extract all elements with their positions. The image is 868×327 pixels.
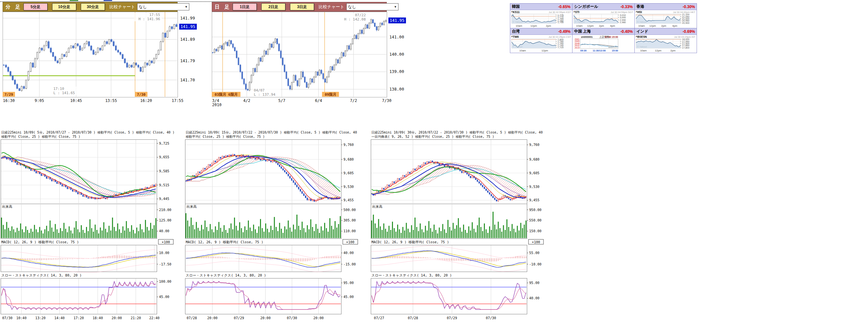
svg-text:22:40: 22:40 bbox=[149, 316, 160, 320]
svg-text:9,455: 9,455 bbox=[343, 198, 354, 202]
svg-text:10:45: 10:45 bbox=[70, 98, 82, 103]
svg-text:MACD( 12, 26, 9 ) 移動平均( Clo: MACD( 12, 26, 9 ) 移動平均( Close, 75 ) bbox=[186, 240, 263, 244]
market-change-percent: -0.49% bbox=[558, 29, 570, 34]
svg-text:14:40: 14:40 bbox=[54, 316, 65, 320]
svg-text:20:00: 20:00 bbox=[112, 316, 122, 320]
svg-text:10.00: 10.00 bbox=[159, 251, 169, 255]
svg-text:17,800: 17,800 bbox=[682, 46, 689, 49]
svg-text:500.00: 500.00 bbox=[343, 208, 356, 212]
minute-interval-tabs: 5分足10分足30分足 bbox=[24, 3, 110, 10]
svg-text:3/4: 3/4 bbox=[212, 98, 219, 103]
market-change-percent: -0.69% bbox=[683, 29, 695, 34]
svg-text:9,655: 9,655 bbox=[159, 155, 169, 159]
svg-text:4pm: 4pm bbox=[672, 25, 677, 27]
svg-text:210.00: 210.00 bbox=[159, 208, 172, 212]
svg-text:141.00: 141.00 bbox=[390, 35, 404, 39]
svg-text:16:30: 16:30 bbox=[3, 98, 15, 103]
chevron-down-icon: ▼ bbox=[394, 5, 397, 8]
minute-chart-plot: 7/297/3017:55H : 141.9617:10L : 141.6514… bbox=[3, 12, 198, 109]
compare-chart-control: 比較チャート なし ▼ bbox=[319, 3, 399, 10]
svg-text:2pm: 2pm bbox=[599, 25, 604, 27]
svg-text:07/29: 07/29 bbox=[447, 316, 457, 320]
daily-chart-plot: 03限月 6限月09限月07/22H : 142.0804/07L : 137.… bbox=[212, 12, 407, 109]
svg-text:40.00: 40.00 bbox=[159, 229, 169, 233]
market-cell-ks11: 韓国-0.65%^KS11Jul 30 02:55pm KST1,7751,77… bbox=[510, 4, 572, 28]
svg-text:10am: 10am bbox=[638, 25, 645, 27]
svg-text:×100: ×100 bbox=[346, 240, 354, 244]
svg-text:40.00: 40.00 bbox=[343, 251, 354, 255]
tech-chart-5min: 日経225mini 10/09( 5分, 2010/07/27 - 2010/0… bbox=[1, 130, 175, 326]
svg-text:© Yahoo!: © Yahoo! bbox=[513, 21, 523, 24]
compare-chart-select[interactable]: なし ▼ bbox=[137, 3, 189, 10]
svg-text:H : 141.96: H : 141.96 bbox=[138, 17, 160, 21]
svg-text:20:00: 20:00 bbox=[207, 316, 218, 320]
daily-tab-2[interactable]: 3日足 bbox=[290, 3, 314, 10]
svg-text:9,605: 9,605 bbox=[343, 171, 354, 175]
svg-text:17:55: 17:55 bbox=[149, 13, 160, 17]
minute-price-chart-svg: 7/297/3017:55H : 141.9617:10L : 141.6514… bbox=[3, 12, 198, 107]
daily-tab-1[interactable]: 2日足 bbox=[261, 3, 285, 10]
svg-text:2pm: 2pm bbox=[671, 49, 676, 52]
svg-text:出来高: 出来高 bbox=[2, 204, 12, 208]
market-change-percent: -0.30% bbox=[683, 5, 695, 9]
svg-text:141.95: 141.95 bbox=[390, 18, 404, 23]
svg-text:07/30: 07/30 bbox=[2, 316, 13, 320]
chevron-down-icon: ▼ bbox=[185, 5, 188, 8]
svg-text:100.00: 100.00 bbox=[159, 280, 172, 283]
svg-text:1,755: 1,755 bbox=[557, 21, 564, 24]
svg-text:17:20: 17:20 bbox=[74, 316, 84, 320]
svg-text:10am: 10am bbox=[576, 25, 583, 27]
market-cell-hsi: 香港-0.30%^HSIJul 30 04:00pm HKT21,10021,0… bbox=[635, 4, 696, 28]
svg-text:9,680: 9,680 bbox=[529, 157, 539, 161]
svg-text:L : 141.65: L : 141.65 bbox=[54, 91, 75, 95]
market-header: 韓国-0.65% bbox=[510, 4, 572, 10]
svg-text:20,900: 20,900 bbox=[682, 22, 689, 25]
market-name: 韓国 bbox=[512, 4, 520, 9]
daily-tab-0[interactable]: 1日足 bbox=[232, 3, 257, 10]
svg-text:スロー・ストキャスティクス( 14, 3, 80, 20 ): スロー・ストキャスティクス( 14, 3, 80, 20 ) bbox=[1, 273, 82, 277]
svg-text:141.79: 141.79 bbox=[180, 58, 195, 63]
svg-text:20:00: 20:00 bbox=[313, 316, 324, 320]
tech-chart-svg: 日経225mini 10/09( 5分, 2010/07/27 - 2010/0… bbox=[1, 130, 175, 325]
svg-text:9,760: 9,760 bbox=[343, 143, 354, 146]
market-name: 台湾 bbox=[512, 29, 520, 34]
minute-tab-0[interactable]: 5分足 bbox=[24, 3, 48, 10]
svg-text:MACD( 12, 26, 9 ) 移動平均( Clo: MACD( 12, 26, 9 ) 移動平均( Close, 75 ) bbox=[371, 240, 449, 244]
daily-chart-title: 日 足 bbox=[215, 4, 229, 10]
svg-text:© Yahoo!: © Yahoo! bbox=[637, 21, 647, 24]
market-cell-sti: シンガポール-0.33%^STIJul 30 04:59pm SGT3,0103… bbox=[572, 4, 634, 28]
svg-text:7,720: 7,720 bbox=[557, 46, 564, 49]
compare-chart-select[interactable]: なし ▼ bbox=[346, 3, 399, 10]
svg-text:H : 142.08: H : 142.08 bbox=[344, 17, 366, 22]
minute-tab-2[interactable]: 30分足 bbox=[81, 3, 105, 10]
svg-text:125.00: 125.00 bbox=[159, 218, 172, 222]
svg-text:L : 137.94: L : 137.94 bbox=[254, 93, 276, 97]
svg-text:2615: 2615 bbox=[575, 46, 580, 49]
market-name: 香港 bbox=[636, 4, 644, 9]
mini-chart-bsesn: ^BSESNJul 30 03:29pm IST18,00017,95017,9… bbox=[635, 35, 696, 53]
svg-text:×100: ×100 bbox=[532, 240, 540, 244]
svg-text:12pm: 12pm bbox=[541, 49, 548, 52]
svg-text:10am: 10am bbox=[519, 49, 526, 52]
svg-text:9:05: 9:05 bbox=[34, 98, 44, 103]
svg-text:07/30: 07/30 bbox=[287, 316, 297, 320]
svg-text:sh000001: sh000001 bbox=[581, 35, 593, 38]
svg-text:-17.50: -17.50 bbox=[159, 262, 172, 266]
svg-text:-15.00: -15.00 bbox=[343, 262, 356, 266]
svg-text:95.00: 95.00 bbox=[343, 281, 354, 285]
svg-text:10am: 10am bbox=[640, 49, 647, 52]
tech-chart-svg: 日経225mini 10/09( 15分, 2010/07/22 - 2010/… bbox=[185, 130, 360, 325]
svg-text:15:00: 15:00 bbox=[612, 49, 618, 52]
svg-text:© Yahoo!: © Yahoo! bbox=[513, 45, 523, 48]
svg-text:出来高: 出来高 bbox=[372, 204, 382, 208]
minute-tab-1[interactable]: 10分足 bbox=[52, 3, 76, 10]
svg-text:12pm: 12pm bbox=[649, 25, 656, 27]
market-header: シンガポール-0.33% bbox=[572, 4, 634, 10]
svg-text:10am: 10am bbox=[516, 25, 522, 27]
svg-text:09:30: 09:30 bbox=[580, 49, 587, 52]
market-header: 香港-0.30% bbox=[635, 4, 696, 10]
svg-text:150.00: 150.00 bbox=[529, 229, 541, 233]
svg-text:9,530: 9,530 bbox=[343, 185, 354, 189]
tech-chart-30min: 日経225mini 10/09( 30分, 2010/07/22 - 2010/… bbox=[371, 130, 545, 326]
svg-text:04/07: 04/07 bbox=[254, 88, 265, 93]
